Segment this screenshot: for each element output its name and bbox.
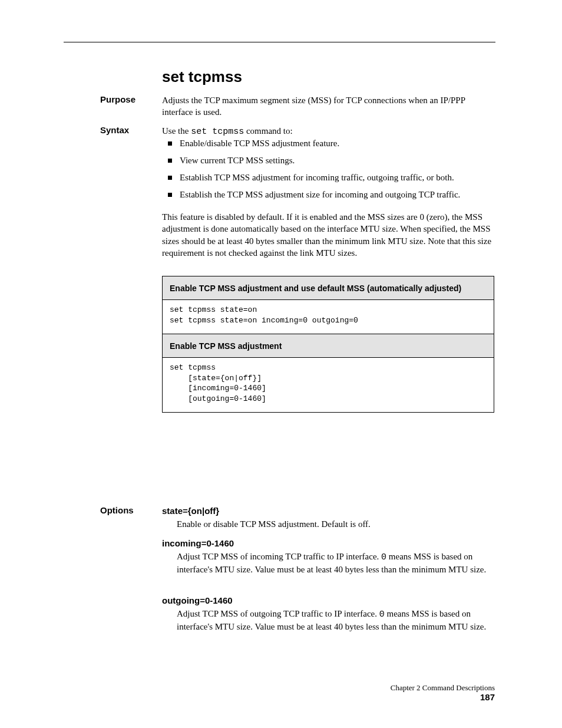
bullet-item: View current TCP MSS settings. [180,156,495,166]
syntax-intro-pre: Use the [162,126,191,136]
square-bullet-icon [168,159,172,163]
syntax-table: Enable TCP MSS adjustment and use defaul… [162,276,494,413]
intro-paragraph: This feature is disabled by default. If … [162,211,495,259]
option-desc: Enable or disable TCP MSS adjustment. De… [177,518,495,530]
square-bullet-icon [168,141,172,146]
label-syntax: Syntax [100,125,129,135]
square-bullet-icon [168,193,172,197]
syntax-intro-code: set tcpmss [191,127,244,137]
option-desc: Adjust TCP MSS of outgoing TCP traffic t… [177,608,495,633]
footer-chapter: Chapter 2 Command Descriptions [391,683,495,693]
table-header: Enable TCP MSS adjustment and use defaul… [163,276,494,300]
footer-page-number: 187 [480,692,495,702]
label-options: Options [100,505,134,515]
option-term: outgoing=0-1460 [162,595,233,607]
label-purpose: Purpose [100,94,135,104]
table-code-cell: set tcpmss [state={on|off}] [incoming=0-… [163,358,494,412]
purpose-text: Adjusts the TCP maximum segment size (MS… [162,94,495,118]
bullet-item: Enable/disable TCP MSS adjustment featur… [180,139,495,149]
option-term: incoming=0-1460 [162,538,234,549]
option-term: state={on|off} [162,505,219,517]
bullet-item: Establish TCP MSS adjustment for incomin… [180,173,495,183]
square-bullet-icon [168,176,172,180]
purpose-text-content: Adjusts the TCP maximum segment size (MS… [162,95,465,117]
header-rule [64,42,495,42]
bullet-item: Establish the TCP MSS adjustment size fo… [180,190,495,200]
option-desc-part: Adjust TCP MSS of incoming TCP traffic t… [177,552,381,561]
option-desc-part: Adjust TCP MSS of outgoing TCP traffic t… [177,609,379,618]
option-zero: 0 [379,610,385,620]
syntax-intro-post: command to: [244,126,293,136]
table-code-cell: set tcpmss state=on set tcpmss state=on … [163,300,494,334]
command-heading: set tcpmss [162,68,242,86]
table-header: Enable TCP MSS adjustment [163,334,494,358]
syntax-intro: Use the set tcpmss command to: [162,125,495,138]
option-zero: 0 [381,552,386,562]
option-desc: Adjust TCP MSS of incoming TCP traffic t… [177,551,495,576]
